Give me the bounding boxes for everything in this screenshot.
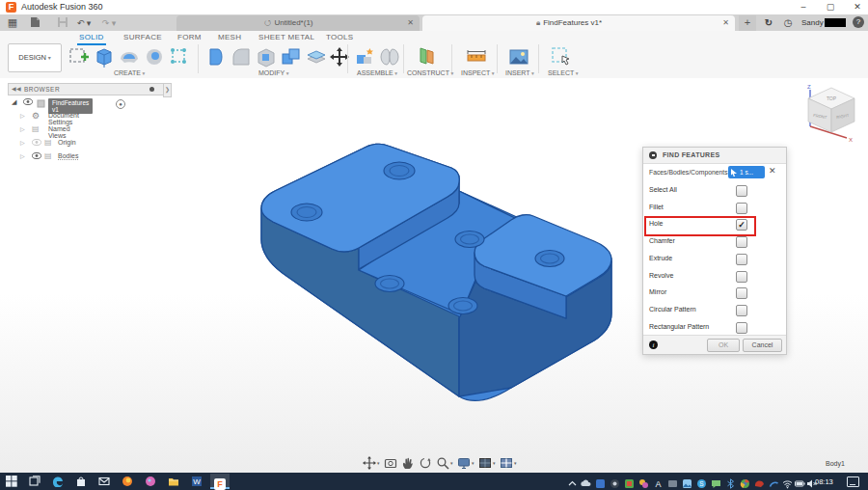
model-body1[interactable] (231, 135, 637, 415)
ribbon-tab-form[interactable]: FORM (176, 33, 203, 41)
collapse-panel-icon[interactable]: ◀◀ (12, 84, 21, 95)
onedrive-cloud-icon[interactable] (581, 476, 592, 487)
collapsed-triangle-icon[interactable]: ▷ (20, 139, 25, 146)
design-workspace-button[interactable]: DESIGN (8, 43, 62, 72)
paint-app-icon[interactable] (141, 474, 160, 489)
collapsed-triangle-icon[interactable]: ▷ (20, 112, 25, 119)
user-name[interactable]: Sandy (801, 18, 824, 27)
chevron-up-icon[interactable] (567, 476, 579, 487)
edge-icon[interactable] (48, 474, 68, 489)
ribbon-tab-tools[interactable]: TOOLS (324, 33, 355, 41)
combine-icon[interactable] (280, 45, 303, 68)
group-label-select[interactable]: SELECT (548, 69, 579, 76)
redo-icon[interactable] (100, 16, 118, 29)
app-color-icon[interactable] (638, 476, 650, 487)
checkbox[interactable] (736, 203, 747, 214)
checkbox[interactable] (736, 322, 747, 334)
viewport-canvas[interactable]: ◀◀ BROWSER ◢ FindFeatures v1 ● ▷ ⚙ Docum… (0, 78, 868, 473)
viewcube-top-face[interactable]: TOP (827, 95, 837, 101)
firefox-icon[interactable] (118, 474, 137, 489)
select-icon[interactable] (550, 45, 573, 68)
info-icon[interactable] (649, 340, 658, 349)
chat-icon[interactable] (711, 476, 722, 487)
option-row-circular-pattern[interactable]: Circular Pattern (643, 301, 786, 318)
press-pull-icon[interactable] (204, 45, 228, 68)
new-component-icon[interactable] (353, 45, 376, 68)
panel-flyout-handle[interactable] (163, 83, 172, 97)
browser-panel-header[interactable]: ◀◀ BROWSER (8, 83, 164, 95)
dialog-header[interactable]: FIND FEATURES (643, 148, 786, 164)
tab-findfeatures[interactable]: 🔒︎FindFeatures v1* ✕ (422, 15, 735, 31)
app-grid-icon[interactable] (4, 16, 21, 29)
cancel-button[interactable]: Cancel (743, 339, 782, 352)
checkbox[interactable] (736, 287, 747, 299)
app-blue-icon[interactable] (595, 476, 607, 487)
ribbon-tab-solid[interactable]: SOLID (77, 33, 106, 45)
group-label-inspect[interactable]: INSPECT (461, 69, 495, 76)
visibility-eye-icon[interactable] (32, 152, 41, 160)
tab-close-icon[interactable]: ✕ (407, 18, 414, 27)
grid-settings-icon[interactable] (478, 456, 492, 470)
bluetooth-icon[interactable] (725, 476, 737, 487)
option-row-extrude[interactable]: Extrude (643, 250, 786, 267)
help-icon[interactable] (853, 16, 864, 28)
view-cube[interactable]: Z X TOP FRONT RIGHT (797, 82, 864, 150)
collapsed-triangle-icon[interactable]: ▷ (20, 125, 25, 132)
group-label-construct[interactable]: CONSTRUCT (407, 69, 453, 76)
dialog-grip-icon[interactable] (649, 151, 657, 159)
group-label-modify[interactable]: MODIFY (258, 69, 289, 76)
fusion360-icon[interactable]: F (210, 474, 230, 489)
app-green-icon[interactable] (624, 476, 636, 487)
visibility-eye-icon[interactable] (32, 139, 41, 147)
word-icon[interactable]: W (187, 474, 206, 489)
dropdown-caret-icon[interactable]: ▾ (472, 460, 475, 466)
undo-icon[interactable] (75, 16, 93, 29)
close-button[interactable] (847, 0, 868, 14)
ribbon-tab-sheet-metal[interactable]: SHEET METAL (257, 33, 316, 41)
sweep-icon[interactable] (143, 45, 166, 68)
minimize-button[interactable] (793, 0, 814, 14)
skype-icon[interactable]: S (696, 476, 708, 487)
component-radio-icon[interactable]: ● (116, 99, 125, 109)
ok-button[interactable]: OK (707, 339, 740, 352)
option-row-mirror[interactable]: Mirror (643, 284, 786, 301)
option-row-rectangular-pattern[interactable]: Rectangular Pattern (643, 318, 786, 336)
battery-icon[interactable] (795, 476, 806, 487)
new-tab-button[interactable] (739, 15, 756, 31)
checkbox[interactable] (736, 254, 747, 265)
split-icon[interactable] (305, 45, 328, 68)
checkbox[interactable] (736, 305, 747, 316)
expand-triangle-icon[interactable]: ◢ (12, 98, 16, 106)
group-label-insert[interactable]: INSERT (505, 69, 534, 76)
selection-chip[interactable]: 1 s... (728, 166, 765, 178)
sketch-icon[interactable] (68, 45, 91, 68)
chrome-icon[interactable] (740, 476, 751, 487)
network-icon[interactable] (769, 476, 780, 487)
display-settings-icon[interactable] (457, 456, 471, 470)
app-red-icon[interactable] (754, 476, 766, 487)
dropdown-caret-icon[interactable]: ▾ (450, 460, 453, 466)
store-icon[interactable] (71, 474, 91, 489)
viewports-icon[interactable] (500, 456, 513, 470)
option-row-fillet[interactable]: Fillet (643, 199, 786, 216)
collapsed-triangle-icon[interactable]: ▷ (20, 152, 25, 159)
app-gray-icon[interactable] (667, 476, 679, 487)
measure-icon[interactable] (465, 45, 488, 68)
task-view-icon[interactable] (25, 474, 44, 489)
file-menu-icon[interactable] (27, 16, 44, 29)
pattern-icon[interactable] (168, 45, 191, 68)
sync-icon[interactable] (762, 16, 775, 29)
tab-untitled[interactable]: ⭯Untitled*(1) ✕ (176, 15, 420, 31)
checkbox[interactable] (736, 271, 747, 283)
autodesk-a-icon[interactable]: A (653, 476, 665, 487)
save-icon[interactable] (54, 16, 71, 29)
joint-icon[interactable] (378, 45, 401, 68)
checkbox[interactable] (736, 236, 747, 248)
ribbon-tab-mesh[interactable]: MESH (216, 33, 243, 41)
file-explorer-icon[interactable] (164, 474, 183, 489)
shell-icon[interactable] (255, 45, 278, 68)
clear-selection-icon[interactable]: ✕ (769, 166, 776, 176)
option-row-revolve[interactable]: Revolve (643, 267, 786, 285)
option-row-select-all[interactable]: Select All (643, 181, 786, 199)
dropdown-caret-icon[interactable]: ▾ (493, 460, 496, 466)
